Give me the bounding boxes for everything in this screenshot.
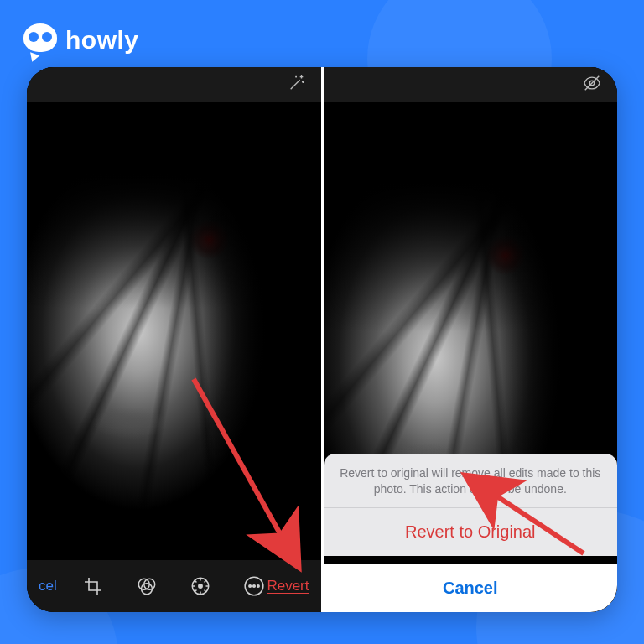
action-sheet: Revert to original will remove all edits… [324,454,618,612]
photo-preview: Revert to original will remove all edits… [324,102,618,612]
crop-icon[interactable] [82,575,104,597]
magic-wand-icon[interactable] [288,74,306,96]
right-screenshot: Revert to original will remove all edits… [324,67,618,612]
brand-logo: howly [23,23,139,57]
revert-button[interactable]: Revert [267,578,309,595]
svg-point-8 [257,585,260,588]
more-icon[interactable] [243,575,265,597]
filters-icon[interactable] [136,575,158,597]
editor-toolbar: cel [27,560,321,612]
cancel-button[interactable]: Cancel [324,564,618,612]
revert-to-original-button[interactable]: Revert to Original [324,508,618,556]
owl-icon [23,23,57,57]
editor-topbar [27,67,321,102]
photo-preview [27,102,321,560]
cancel-button[interactable]: cel [39,578,59,595]
comparison-card: cel [27,67,617,612]
left-screenshot: cel [27,67,321,612]
editor-topbar [324,67,618,102]
eye-slash-icon[interactable] [582,74,602,96]
brand-name: howly [65,26,139,55]
svg-point-4 [199,584,202,588]
adjust-icon[interactable] [190,575,211,597]
svg-point-6 [249,585,252,588]
svg-point-7 [253,585,256,588]
sheet-message: Revert to original will remove all edits… [324,454,618,507]
